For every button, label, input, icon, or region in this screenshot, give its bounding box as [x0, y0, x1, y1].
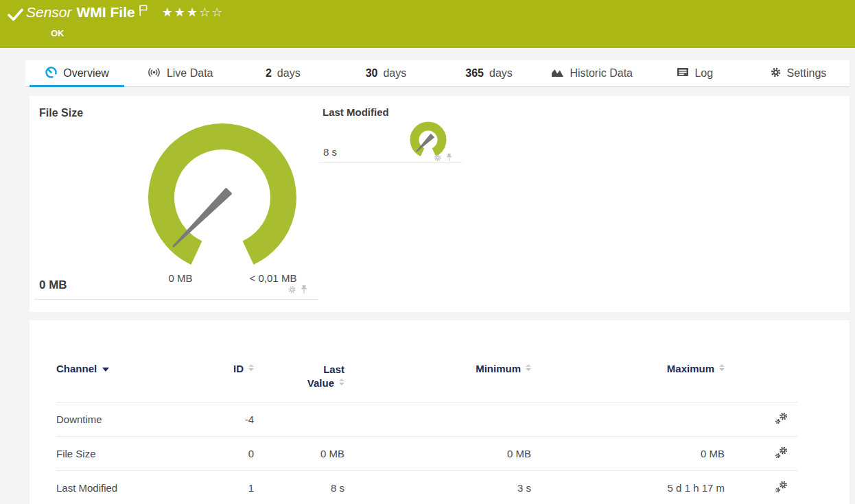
cell-minimum: [344, 402, 531, 436]
sort-icon: [526, 364, 531, 371]
column-header-channel[interactable]: Channel: [56, 353, 206, 402]
sort-icon: [248, 364, 254, 371]
broadcast-icon: [147, 67, 161, 81]
cell-channel[interactable]: File Size: [56, 436, 206, 470]
cell-maximum: [531, 402, 725, 436]
cell-settings: [725, 436, 797, 470]
channel-settings-gears-icon[interactable]: [774, 479, 789, 496]
cell-id: 1: [206, 470, 254, 504]
table-header-row: Channel ID Last Value Minimum Maximum: [56, 353, 797, 402]
flag-icon: [139, 5, 148, 19]
cell-settings: [725, 402, 797, 436]
tab-bar: Overview Live Data 2 days 30 days 365 da…: [25, 60, 850, 87]
tab-label: Live Data: [167, 67, 213, 80]
sort-icon: [339, 379, 344, 385]
sensor-type-label: Sensor: [26, 4, 72, 20]
cell-minimum: 3 s: [344, 470, 531, 504]
cell-maximum: 5 d 1 h 17 m: [531, 470, 725, 504]
cell-last-value: 8 s: [254, 470, 344, 504]
tab-historic-data[interactable]: Historic Data: [541, 60, 644, 86]
tab-number: 30: [366, 67, 378, 80]
tab-30-days[interactable]: 30 days: [334, 60, 437, 86]
tab-label: Overview: [63, 67, 109, 80]
column-header-maximum[interactable]: Maximum: [531, 353, 725, 402]
channels-table: Channel ID Last Value Minimum Maximum Do…: [56, 353, 797, 504]
widget-divider: [319, 163, 462, 163]
widget-divider: [34, 299, 318, 300]
cell-last-value: 0 MB: [254, 436, 344, 470]
tab-2-days[interactable]: 2 days: [231, 60, 334, 86]
gear-icon: [770, 67, 782, 81]
tab-settings[interactable]: Settings: [747, 60, 850, 86]
file-size-gauge: [143, 123, 302, 283]
cell-channel[interactable]: Last Modified: [56, 470, 206, 504]
tab-label: days: [383, 67, 406, 80]
stars-empty: ☆☆: [199, 5, 224, 19]
tab-number: 2: [266, 67, 272, 80]
log-icon: [677, 67, 689, 80]
gauges-panel: File Size 0 MB < 0,01 MB 0 MB Last Modif…: [30, 96, 850, 312]
tab-overview[interactable]: Overview: [25, 60, 128, 86]
gauge-scale-max: < 0,01 MB: [235, 272, 311, 284]
column-header-last-value[interactable]: Last Value: [254, 353, 344, 402]
cell-id: 0: [206, 436, 254, 470]
sensor-title: SensorWMI File★★★☆☆: [26, 4, 224, 25]
last-modified-widget-title: Last Modified: [323, 106, 389, 118]
gauge-scale-min: 0 MB: [146, 272, 215, 284]
sensor-header: SensorWMI File★★★☆☆ OK: [0, 0, 855, 48]
table-row[interactable]: File Size 0 0 MB 0 MB 0 MB: [56, 436, 797, 470]
cell-last-value: [254, 402, 344, 436]
file-size-widget-title: File Size: [39, 107, 83, 119]
tab-log[interactable]: Log: [644, 60, 747, 86]
widget-gear-icon[interactable]: [434, 154, 442, 162]
tab-label: days: [489, 67, 513, 80]
channel-settings-gears-icon[interactable]: [774, 411, 789, 428]
tab-live-data[interactable]: Live Data: [128, 60, 231, 86]
channels-panel: Channel ID Last Value Minimum Maximum Do…: [30, 320, 850, 504]
cell-id: -4: [206, 402, 254, 436]
sensor-name: WMI File: [77, 4, 135, 20]
cell-maximum: 0 MB: [531, 436, 725, 470]
status-badge: OK: [51, 28, 65, 38]
stars-filled: ★★★: [162, 5, 199, 19]
column-header-id[interactable]: ID: [206, 353, 254, 402]
tab-label: days: [277, 67, 301, 80]
widget-pin-icon[interactable]: [445, 153, 453, 162]
cell-minimum: 0 MB: [344, 436, 531, 470]
sort-desc-icon: [102, 368, 109, 372]
cell-channel[interactable]: Downtime: [56, 402, 206, 436]
gauge-icon: [45, 66, 58, 82]
tab-label: Settings: [787, 67, 827, 80]
table-row[interactable]: Downtime -4: [56, 402, 797, 436]
tab-number: 365: [465, 67, 484, 80]
cell-settings: [725, 470, 797, 504]
channel-settings-gears-icon[interactable]: [774, 445, 789, 462]
priority-stars[interactable]: ★★★☆☆: [162, 5, 224, 20]
file-size-current-value: 0 MB: [39, 278, 67, 292]
widget-pin-icon[interactable]: [300, 285, 308, 294]
area-chart-icon: [551, 67, 564, 80]
status-check-icon: [8, 8, 24, 25]
tab-365-days[interactable]: 365 days: [438, 60, 541, 86]
column-header-settings: [725, 353, 797, 402]
widget-gear-icon[interactable]: [288, 285, 296, 294]
table-row[interactable]: Last Modified 1 8 s 3 s 5 d 1 h 17 m: [56, 470, 797, 504]
column-header-minimum[interactable]: Minimum: [344, 353, 531, 402]
tab-label: Historic Data: [570, 67, 633, 80]
tab-label: Log: [694, 67, 713, 80]
sort-icon: [719, 364, 725, 371]
last-modified-current-value: 8 s: [323, 146, 337, 158]
